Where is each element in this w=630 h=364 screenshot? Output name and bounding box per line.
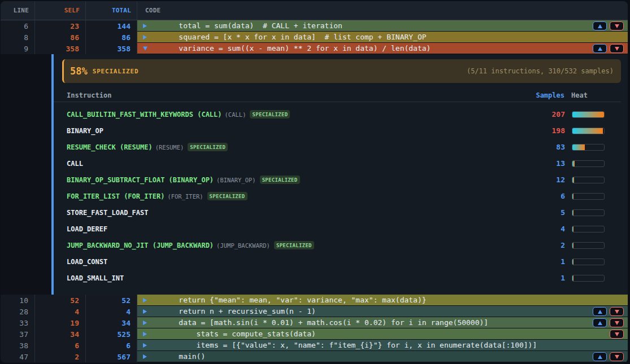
triangle-shape: [143, 46, 147, 50]
instruction-name: CALL: [67, 160, 83, 168]
heat-bar-track: [572, 193, 605, 200]
heat-bar-track: [572, 242, 605, 249]
heat-bar-track: [572, 144, 605, 151]
code-cell[interactable]: data = [math.sin(i * 0.01) + math.cos(i …: [137, 317, 628, 328]
down-triangle-icon: [615, 47, 619, 51]
source-code-text: main(): [161, 352, 205, 361]
heat-bar-fill: [572, 259, 573, 265]
code-row-line-37: 3734525 stats = compute_stats(data): [1, 328, 628, 340]
triangle-shape: [143, 321, 147, 325]
line-number: 6: [1, 20, 35, 32]
expand-arrow-icon[interactable]: [143, 331, 147, 336]
up-triangle-icon: [598, 24, 602, 28]
code-cell[interactable]: stats = compute_stats(data): [137, 328, 628, 340]
instruction-name: BINARY_OP: [67, 127, 103, 135]
column-header-self: SELF: [35, 1, 86, 20]
expand-arrow-icon[interactable]: [143, 343, 147, 348]
down-triangle-icon: [615, 321, 619, 325]
expand-arrow-icon[interactable]: [143, 23, 147, 28]
code-rows-top: 623144 total = sum(data) # CALL + iterat…: [1, 20, 628, 54]
profiler-table: LINE SELF TOTAL CODE 623144 total = sum(…: [1, 1, 628, 363]
jump-down-button[interactable]: [610, 318, 624, 327]
instruction-row: LOAD_DEREF4: [54, 221, 628, 237]
instruction-name: LOAD_SMALL_INT: [67, 274, 124, 282]
total-samples: 144: [86, 20, 137, 32]
heat-bar-track: [572, 111, 605, 118]
heat-bar-fill: [572, 177, 574, 183]
instruction-samples: 12: [556, 176, 565, 184]
row-nav-buttons: [593, 44, 624, 53]
jump-down-button[interactable]: [610, 352, 624, 361]
specialized-badge: SPECIALIZED: [260, 176, 300, 184]
source-code-text: return {"mean": mean, "var": variance, "…: [161, 296, 427, 304]
up-triangle-icon: [598, 321, 602, 325]
row-nav-buttons: [593, 307, 624, 316]
source-code-text: stats = compute_stats(data): [161, 330, 316, 338]
column-header-code: CODE: [137, 1, 628, 20]
code-cell[interactable]: variance = sum((x - mean) ** 2 for x in …: [137, 43, 628, 54]
total-samples: 34: [86, 317, 137, 328]
instruction-family: (JUMP_BACKWARD): [216, 242, 270, 249]
triangle-shape: [143, 354, 147, 359]
jump-down-button[interactable]: [610, 330, 624, 339]
specialized-note: (5/11 instructions, 310/532 samples): [467, 67, 614, 75]
total-samples: 358: [86, 43, 137, 54]
self-samples: 6: [35, 340, 86, 351]
row-nav-buttons: [593, 318, 624, 327]
specialized-percent: 58%: [70, 65, 88, 77]
code-cell[interactable]: return {"mean": mean, "var": variance, "…: [137, 295, 628, 306]
self-samples: 34: [35, 328, 86, 340]
specialized-badge: SPECIALIZED: [188, 143, 228, 151]
expand-arrow-icon[interactable]: [143, 320, 147, 325]
line-number: 37: [1, 328, 35, 340]
jump-down-button[interactable]: [610, 307, 624, 316]
jump-up-button[interactable]: [593, 307, 607, 316]
code-cell[interactable]: total = sum(data) # CALL + iteration: [137, 20, 628, 32]
up-triangle-icon: [598, 310, 602, 314]
heat-bar-fill: [572, 144, 585, 150]
line-number: 38: [1, 340, 35, 351]
source-code-text: return n + recursive_sum(n - 1): [161, 307, 316, 315]
instruction-name: LOAD_DEREF: [67, 225, 107, 233]
down-triangle-icon: [615, 332, 619, 336]
code-cell[interactable]: main(): [137, 351, 628, 362]
down-triangle-icon: [615, 310, 619, 314]
jump-up-button[interactable]: [593, 318, 607, 327]
heat-bar-fill: [572, 194, 573, 199]
instruction-samples: 1: [561, 274, 565, 282]
code-cell[interactable]: return n + recursive_sum(n - 1): [137, 306, 628, 317]
line-number: 8: [1, 32, 35, 43]
instruction-samples: 198: [552, 126, 565, 135]
code-cell[interactable]: squared = [x * x for x in data] # list c…: [137, 32, 628, 43]
triangle-shape: [143, 343, 147, 348]
line-number: 47: [1, 351, 35, 362]
jump-up-button[interactable]: [593, 21, 607, 30]
source-code-text: variance = sum((x - mean) ** 2 for x in …: [161, 44, 431, 52]
jump-down-button[interactable]: [610, 44, 624, 53]
instruction-name: RESUME_CHECK (RESUME): [67, 143, 153, 151]
code-cell[interactable]: items = [{"value": x, "name": f"item_{i}…: [137, 340, 628, 351]
code-row-line-9: 9358358 variance = sum((x - mean) ** 2 f…: [1, 43, 628, 54]
expand-arrow-icon[interactable]: [143, 34, 147, 40]
specialization-summary-banner: 58% SPECIALIZED (5/11 instructions, 310/…: [62, 59, 621, 83]
self-samples: 19: [35, 317, 86, 328]
expand-arrow-icon[interactable]: [143, 309, 147, 314]
instruction-row: BINARY_OP198: [54, 122, 628, 139]
total-samples: 86: [86, 32, 137, 43]
heat-bar-fill: [572, 275, 573, 281]
instruction-name: BINARY_OP_SUBTRACT_FLOAT (BINARY_OP): [67, 176, 214, 184]
instruction-row: LOAD_CONST1: [54, 253, 628, 270]
code-row-line-47: 472567 main(): [1, 351, 628, 362]
jump-up-button[interactable]: [593, 352, 607, 361]
expand-arrow-icon[interactable]: [143, 354, 147, 359]
self-samples: 358: [35, 43, 86, 54]
up-triangle-icon: [598, 355, 602, 359]
self-samples: 52: [35, 295, 86, 306]
collapse-arrow-icon[interactable]: [143, 46, 147, 51]
expand-arrow-icon[interactable]: [143, 297, 147, 302]
specialized-label: SPECIALIZED: [93, 68, 139, 75]
jump-down-button[interactable]: [610, 21, 624, 30]
jump-up-button[interactable]: [593, 44, 607, 53]
row-nav-buttons: [610, 330, 624, 339]
instruction-family: (FOR_ITER): [167, 193, 203, 200]
